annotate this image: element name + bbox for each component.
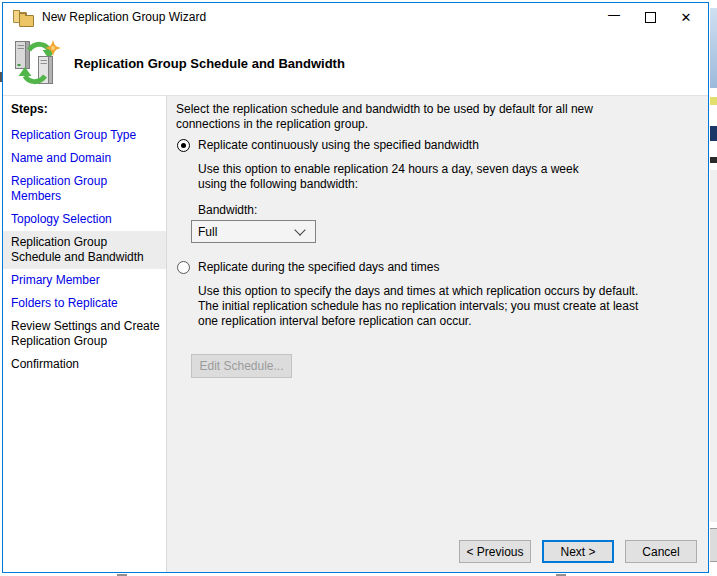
previous-button[interactable]: < Previous	[459, 540, 531, 563]
bandwidth-label: Bandwidth:	[198, 203, 257, 217]
steps-heading: Steps:	[3, 100, 166, 124]
bandwidth-select[interactable]: Full	[191, 220, 316, 243]
minimize-icon: —	[608, 8, 620, 22]
sidebar-item-primary-member[interactable]: Primary Member	[3, 269, 166, 292]
bandwidth-selected-value: Full	[198, 225, 296, 239]
maximize-icon	[645, 12, 656, 23]
replication-folders-icon	[13, 9, 34, 26]
steps-sidebar: Steps: Replication Group Type Name and D…	[3, 96, 167, 572]
edit-schedule-button[interactable]: Edit Schedule...	[191, 354, 292, 378]
intro-text: Select the replication schedule and band…	[176, 102, 638, 132]
background-fragment	[710, 157, 717, 163]
sidebar-item-topology-selection[interactable]: Topology Selection	[3, 208, 166, 231]
wizard-header: Replication Group Schedule and Bandwidth	[3, 31, 708, 95]
maximize-button[interactable]	[632, 4, 668, 30]
background-fragment	[710, 126, 717, 141]
radio-option-scheduled[interactable]: Replicate during the specified days and …	[177, 260, 439, 275]
background-fragment	[710, 170, 717, 522]
sidebar-item-review-settings: Review Settings and Create Replication G…	[3, 315, 166, 353]
chevron-down-icon	[294, 224, 305, 235]
page-title: Replication Group Schedule and Bandwidth	[74, 56, 345, 71]
scheduled-description: Use this option to specify the days and …	[198, 284, 650, 329]
background-fragment	[710, 528, 717, 562]
radio-scheduled-label: Replicate during the specified days and …	[198, 260, 439, 275]
wizard-dialog: New Replication Group Wizard — ✕	[2, 2, 709, 573]
title-bar[interactable]: New Replication Group Wizard — ✕	[3, 3, 708, 31]
wizard-content: Select the replication schedule and band…	[167, 96, 708, 572]
window-title: New Replication Group Wizard	[42, 10, 596, 24]
background-fragment	[710, 8, 717, 88]
radio-continuous[interactable]	[177, 139, 190, 152]
background-fragment	[710, 97, 717, 105]
radio-continuous-label: Replicate continuously using the specifi…	[198, 138, 479, 153]
sidebar-item-replication-group-members[interactable]: Replication Group Members	[3, 170, 166, 208]
sidebar-item-name-and-domain[interactable]: Name and Domain	[3, 147, 166, 170]
sidebar-item-confirmation: Confirmation	[3, 353, 166, 376]
cancel-button[interactable]: Cancel	[625, 540, 697, 563]
close-icon: ✕	[681, 10, 692, 25]
background-window-sliver	[710, 0, 717, 576]
next-button[interactable]: Next >	[542, 540, 614, 563]
sidebar-item-schedule-and-bandwidth: Replication Group Schedule and Bandwidth	[3, 231, 166, 269]
radio-scheduled[interactable]	[177, 261, 190, 274]
close-button[interactable]: ✕	[668, 4, 704, 30]
sidebar-item-replication-group-type[interactable]: Replication Group Type	[3, 124, 166, 147]
continuous-description: Use this option to enable replication 24…	[198, 162, 605, 192]
sidebar-item-folders-to-replicate[interactable]: Folders to Replicate	[3, 292, 166, 315]
radio-option-continuous[interactable]: Replicate continuously using the specifi…	[177, 138, 479, 153]
minimize-button[interactable]: —	[596, 4, 632, 30]
replication-servers-icon	[13, 39, 61, 87]
